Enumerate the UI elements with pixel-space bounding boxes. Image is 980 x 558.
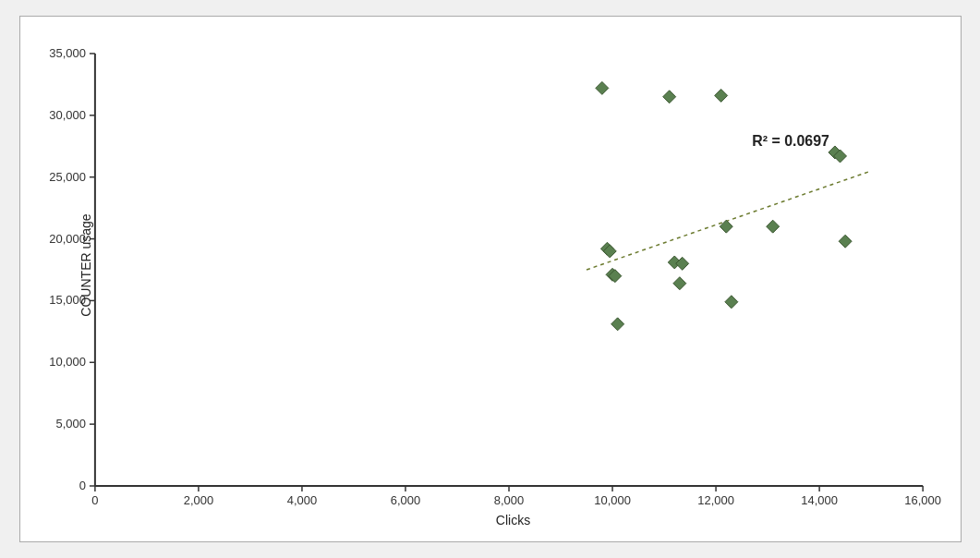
svg-marker-50 — [766, 220, 779, 233]
y-axis-label: COUNTER usage — [78, 213, 92, 316]
svg-text:8,000: 8,000 — [493, 493, 523, 507]
svg-marker-47 — [714, 89, 727, 102]
svg-line-36 — [587, 171, 871, 270]
svg-text:35,000: 35,000 — [49, 46, 86, 60]
svg-text:30,000: 30,000 — [49, 108, 86, 122]
svg-marker-48 — [720, 220, 732, 233]
svg-marker-49 — [724, 296, 737, 309]
chart-area: COUNTER usage Clicks 05,00010,00015,0002… — [94, 44, 933, 486]
svg-text:14,000: 14,000 — [801, 493, 838, 507]
svg-text:4,000: 4,000 — [286, 493, 316, 507]
svg-text:12,000: 12,000 — [697, 493, 734, 507]
svg-text:10,000: 10,000 — [594, 493, 631, 507]
svg-text:2,000: 2,000 — [183, 493, 212, 507]
svg-text:0: 0 — [79, 479, 85, 492]
svg-text:R² = 0.0697: R² = 0.0697 — [752, 133, 829, 149]
svg-marker-43 — [662, 91, 675, 103]
svg-text:16,000: 16,000 — [904, 493, 941, 507]
svg-marker-45 — [672, 277, 685, 290]
x-axis-label: Clicks — [496, 513, 530, 528]
svg-marker-53 — [839, 235, 852, 248]
svg-text:10,000: 10,000 — [49, 355, 86, 369]
svg-text:25,000: 25,000 — [49, 170, 86, 184]
scatter-plot: 05,00010,00015,00020,00025,00030,00035,0… — [94, 44, 933, 486]
svg-text:0: 0 — [91, 493, 98, 507]
svg-marker-42 — [611, 318, 623, 331]
svg-text:6,000: 6,000 — [390, 493, 419, 507]
svg-text:5,000: 5,000 — [55, 417, 85, 431]
chart-container: COUNTER usage Clicks 05,00010,00015,0002… — [19, 16, 962, 542]
svg-marker-37 — [595, 81, 608, 94]
